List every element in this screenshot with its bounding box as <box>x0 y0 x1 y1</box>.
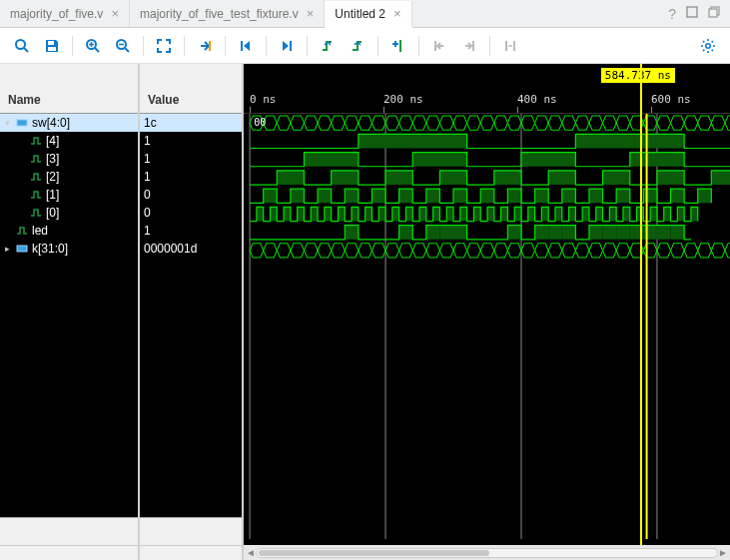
signal-value-row[interactable]: 0000001d <box>140 240 242 258</box>
go-to-start-icon[interactable] <box>234 34 258 58</box>
name-panel: Name ▾sw[4:0][4][3][2][1][0]led▸k[31:0] <box>0 64 140 560</box>
svg-line-4 <box>24 48 28 52</box>
close-icon[interactable]: × <box>393 6 401 21</box>
zoom-out-icon[interactable] <box>111 34 135 58</box>
svg-rect-89 <box>569 207 576 221</box>
svg-rect-33 <box>575 134 684 148</box>
svg-rect-86 <box>528 207 535 221</box>
help-icon[interactable]: ? <box>668 6 676 22</box>
signal-name: [3] <box>46 152 59 166</box>
svg-rect-69 <box>298 207 305 221</box>
next-marker-icon[interactable] <box>457 34 481 58</box>
svg-rect-66 <box>257 207 264 221</box>
cursor-line[interactable] <box>640 64 642 545</box>
value-h-scroll[interactable] <box>140 545 242 560</box>
go-to-cursor-icon[interactable] <box>193 34 217 58</box>
signal-name-row[interactable]: [1] <box>0 186 138 204</box>
svg-rect-38 <box>630 153 684 167</box>
signal-name: [0] <box>46 206 59 220</box>
signal-value-row[interactable]: 1c <box>140 114 242 132</box>
signal-icon <box>16 225 28 237</box>
svg-rect-100 <box>399 226 413 240</box>
svg-rect-36 <box>412 153 466 167</box>
svg-rect-110 <box>616 226 630 240</box>
svg-rect-77 <box>405 207 412 221</box>
scrollbar-thumb[interactable] <box>259 550 489 556</box>
svg-rect-93 <box>623 207 630 221</box>
svg-rect-47 <box>657 171 684 185</box>
svg-rect-60 <box>562 189 576 203</box>
signal-value-row[interactable]: 1 <box>140 168 242 186</box>
value-rows[interactable]: 1c1110010000001d <box>140 114 242 517</box>
svg-rect-45 <box>548 171 575 185</box>
close-icon[interactable]: × <box>307 6 315 21</box>
signal-value: 1 <box>144 152 151 166</box>
wave-h-scroll[interactable]: ◄ ► <box>244 545 730 560</box>
svg-rect-84 <box>501 207 508 221</box>
signal-name-row[interactable]: ▾sw[4:0] <box>0 114 138 132</box>
svg-rect-61 <box>589 189 603 203</box>
waveform-body[interactable]: 00 <box>244 114 730 545</box>
signal-name-row[interactable]: [2] <box>0 168 138 186</box>
svg-rect-32 <box>359 134 467 148</box>
signal-value: 0000001d <box>144 242 197 256</box>
scroll-left-icon[interactable]: ◄ <box>246 547 256 558</box>
waveform-svg: 00 <box>244 114 730 539</box>
tab-untitled-2[interactable]: Untitled 2 × <box>325 1 411 28</box>
svg-rect-54 <box>399 189 413 203</box>
tab-label: majority_of_five_test_fixture.v <box>140 7 299 21</box>
signal-value: 0 <box>144 188 151 202</box>
signal-value-row[interactable]: 0 <box>140 204 242 222</box>
svg-rect-99 <box>345 226 359 240</box>
search-icon[interactable] <box>10 34 34 58</box>
signal-name-row[interactable]: ▸k[31:0] <box>0 240 138 258</box>
svg-rect-85 <box>514 207 521 221</box>
prev-marker-icon[interactable] <box>427 34 451 58</box>
close-icon[interactable]: × <box>111 6 119 21</box>
name-h-scroll[interactable] <box>0 545 138 560</box>
signal-value-row[interactable]: 1 <box>140 222 242 240</box>
time-ruler[interactable]: 0 ns200 ns400 ns600 ns <box>244 90 730 114</box>
zoom-in-icon[interactable] <box>81 34 105 58</box>
go-to-end-icon[interactable] <box>275 34 299 58</box>
svg-rect-68 <box>284 207 291 221</box>
tab-majority-of-five[interactable]: majority_of_five.v × <box>0 0 130 27</box>
signal-value: 0 <box>144 206 151 220</box>
svg-rect-103 <box>453 226 467 240</box>
save-icon[interactable] <box>40 34 64 58</box>
svg-rect-74 <box>365 207 372 221</box>
svg-rect-41 <box>332 171 359 185</box>
scroll-right-icon[interactable]: ► <box>718 547 728 558</box>
swap-markers-icon[interactable] <box>498 34 522 58</box>
signal-name-row[interactable]: led <box>0 222 138 240</box>
signal-value: 1 <box>144 224 151 238</box>
next-transition-icon[interactable] <box>346 34 369 58</box>
svg-rect-2 <box>709 9 717 17</box>
chevron-right-icon[interactable]: ▸ <box>2 244 12 254</box>
signal-value-row[interactable]: 0 <box>140 186 242 204</box>
add-marker-icon[interactable] <box>386 34 410 58</box>
svg-rect-83 <box>487 207 494 221</box>
maximize-icon[interactable] <box>686 6 698 22</box>
svg-rect-51 <box>318 189 332 203</box>
signal-name-row[interactable]: [3] <box>0 150 138 168</box>
waveform-area[interactable]: 584.737 ns 0 ns200 ns400 ns600 ns 00 ◄ ► <box>244 64 730 560</box>
signal-name: sw[4:0] <box>32 116 70 130</box>
svg-rect-52 <box>345 189 359 203</box>
gear-icon[interactable] <box>696 34 720 58</box>
name-rows[interactable]: ▾sw[4:0][4][3][2][1][0]led▸k[31:0] <box>0 114 138 517</box>
svg-rect-80 <box>446 207 453 221</box>
signal-value-row[interactable]: 1 <box>140 150 242 168</box>
chevron-down-icon[interactable]: ▾ <box>2 118 12 128</box>
signal-value-row[interactable]: 1 <box>140 132 242 150</box>
svg-rect-73 <box>352 207 359 221</box>
svg-rect-82 <box>473 207 480 221</box>
signal-name-row[interactable]: [0] <box>0 204 138 222</box>
zoom-fit-icon[interactable] <box>152 34 176 58</box>
svg-rect-62 <box>616 189 630 203</box>
restore-window-icon[interactable] <box>708 6 720 22</box>
prev-transition-icon[interactable] <box>316 34 340 58</box>
signal-name-row[interactable]: [4] <box>0 132 138 150</box>
svg-rect-88 <box>555 207 562 221</box>
tab-test-fixture[interactable]: majority_of_five_test_fixture.v × <box>130 0 325 27</box>
